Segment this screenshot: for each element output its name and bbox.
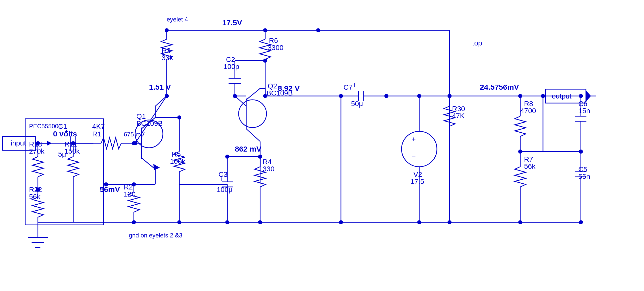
r3-value: 33k [162,54,173,62]
c2-value: 100p [224,63,239,70]
r11-name: R11 [64,140,77,148]
pec-label: PEC555005 [29,123,62,130]
input-label: input [11,139,26,147]
c7-name: C7 [343,83,353,91]
r6-name: R6 [269,37,278,44]
r22-value: 56k [29,193,41,201]
svg-point-113 [417,220,421,224]
r18-name: R18 [29,140,42,148]
r7-name: R7 [524,155,533,163]
c7-plus: + [352,81,356,89]
eyelet4-label: eyelet 4 [167,16,188,23]
r8-name: R8 [524,100,533,108]
c3-value: 100μ [217,186,233,193]
voltage-151v: 1.51 V [149,83,171,91]
c2-name: C2 [226,56,235,63]
v2-name: V2 [413,171,422,178]
svg-point-71 [132,220,136,224]
svg-point-141 [316,28,320,32]
voltage-892v: 8.92 V [278,84,300,92]
r1-label: 4K7 [92,123,105,130]
r4-name: R4 [263,158,272,166]
c3-plus: + [219,175,223,183]
r11-value: 150k [64,147,80,155]
svg-point-24 [104,182,108,186]
svg-point-111 [417,94,421,98]
svg-rect-0 [0,0,644,291]
r1-name: R1 [92,130,101,138]
svg-point-30 [165,28,169,32]
svg-point-140 [132,141,136,145]
gnd-eyelets-label: gnd on eyelets 2 &3 [129,232,182,239]
svg-point-142 [165,94,169,98]
c6-value: 15n [578,107,590,115]
voltage-56mv: 56mV [100,185,120,193]
voltage-output: 24.5756mV [480,83,519,91]
c7-value: 50μ [351,100,363,108]
svg-point-136 [579,94,583,98]
q1-name: Q1 [136,112,146,120]
svg-point-72 [177,220,181,224]
v2-plus: + [412,135,416,143]
c6-name: C6 [578,100,587,108]
svg-point-40 [263,59,267,63]
voltage-862mv: 862 mV [235,145,261,153]
r7-value: 56k [524,162,536,170]
v2-value: 17.5 [410,178,424,185]
c1-plus: + [64,128,68,135]
svg-point-74 [258,220,262,224]
svg-point-57 [177,115,181,119]
circuit-canvas: .wire { stroke: #0000CC; stroke-width: 3… [0,0,644,291]
v2-minus: − [412,153,416,161]
voltage-175v-top: 17.5V [222,18,242,27]
q2-name: Q2 [268,82,277,90]
svg-point-90 [36,187,40,191]
svg-point-116 [448,94,452,98]
r18-value: 270k [29,147,45,155]
r22-name: R22 [29,186,42,193]
r30-value: 47K [452,112,465,120]
op-label: .op [472,39,482,47]
svg-point-93 [71,141,75,145]
r8-value: 4700 [520,107,536,115]
svg-point-64 [225,155,229,159]
